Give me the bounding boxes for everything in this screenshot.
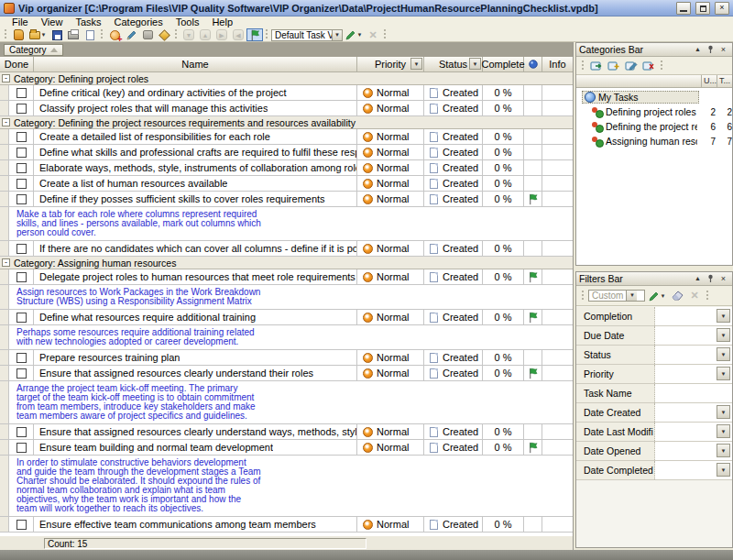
- close-button[interactable]: ×: [715, 2, 729, 15]
- task-row[interactable]: Ensure that assigned resources clearly u…: [0, 366, 573, 381]
- print-preview-button[interactable]: [82, 28, 98, 41]
- complete-task-button[interactable]: [156, 28, 172, 41]
- filter-dropdown-button[interactable]: ▼: [717, 367, 730, 380]
- toolbar-grip[interactable]: [4, 29, 8, 40]
- delete-filter-button[interactable]: ✕: [686, 290, 703, 302]
- pin-panel-button[interactable]: [705, 274, 717, 284]
- restore-button[interactable]: [695, 2, 710, 15]
- collapse-icon[interactable]: -: [2, 118, 10, 126]
- filter-dropdown-button[interactable]: ▼: [717, 463, 730, 477]
- filter-dropdown-button[interactable]: ▼: [717, 328, 730, 342]
- toolbar-grip[interactable]: [706, 291, 710, 302]
- task-note-row[interactable]: Assign resources to Work Packages in the…: [0, 285, 573, 310]
- category-tree-item[interactable]: Assigning human resources77: [576, 134, 732, 148]
- filter-value-field[interactable]: [655, 384, 732, 402]
- category-tree-item[interactable]: My Tasks: [576, 90, 732, 104]
- filter-value-field[interactable]: [655, 461, 717, 479]
- category-tree-item[interactable]: Defining the project resources requir66: [576, 119, 732, 134]
- collapse-icon[interactable]: -: [2, 258, 10, 267]
- delete-category-button[interactable]: [640, 60, 657, 72]
- task-note-row[interactable]: In order to stimulate constructive behav…: [0, 456, 573, 517]
- column-header-status[interactable]: Status▼: [424, 57, 483, 71]
- task-row[interactable]: Ensure that assigned resources clearly u…: [0, 424, 573, 440]
- collapse-panel-button[interactable]: ▲: [692, 274, 704, 284]
- total-column-header[interactable]: T...: [717, 75, 732, 87]
- menu-item-view[interactable]: View: [35, 16, 70, 28]
- menu-item-tasks[interactable]: Tasks: [69, 16, 107, 28]
- task-checkbox[interactable]: [16, 179, 27, 189]
- task-checkbox[interactable]: [16, 353, 27, 363]
- task-row[interactable]: Create a list of human resources availab…: [0, 176, 573, 192]
- new-database-button[interactable]: [10, 28, 27, 41]
- task-row[interactable]: Define what skills and professional craf…: [0, 145, 573, 160]
- task-row[interactable]: Elaborate ways, methods, style, instrume…: [0, 160, 573, 176]
- filter-value-field[interactable]: [655, 307, 717, 325]
- menu-item-help[interactable]: Help: [205, 16, 239, 28]
- status-filter-dropdown[interactable]: ▼: [469, 58, 481, 70]
- task-checkbox[interactable]: [16, 88, 27, 98]
- category-tree-item[interactable]: Defining project roles22: [576, 104, 732, 119]
- toolbar-grip[interactable]: [581, 291, 585, 302]
- indent-button[interactable]: ▶: [213, 28, 230, 41]
- close-panel-button[interactable]: ×: [717, 45, 729, 55]
- outdent-button[interactable]: ◀: [230, 28, 246, 41]
- filter-value-field[interactable]: [655, 403, 717, 422]
- toolbar-grip[interactable]: [383, 29, 388, 40]
- column-header-complete[interactable]: Complete: [483, 57, 524, 71]
- filter-value-field[interactable]: [655, 423, 717, 441]
- filter-value-field[interactable]: [655, 365, 717, 383]
- filter-dropdown-button[interactable]: ▼: [717, 405, 730, 419]
- task-row[interactable]: Delegate project roles to human resource…: [0, 269, 573, 285]
- filter-value-field[interactable]: [655, 326, 717, 345]
- task-checkbox[interactable]: [16, 148, 27, 158]
- column-header-info[interactable]: Info: [542, 57, 573, 71]
- clear-view-button[interactable]: ✕: [365, 28, 381, 41]
- task-row[interactable]: If there are no candidates which can cov…: [0, 241, 573, 257]
- task-row[interactable]: Ensure effective team communications amo…: [0, 517, 573, 533]
- task-checkbox[interactable]: [16, 520, 27, 530]
- menu-item-file[interactable]: File: [5, 16, 35, 28]
- task-row[interactable]: Define what resources require additional…: [0, 310, 573, 325]
- task-checkbox[interactable]: [16, 104, 27, 114]
- task-row[interactable]: Define critical (key) and ordinary activ…: [0, 85, 573, 101]
- filter-dropdown-button[interactable]: ▼: [717, 424, 730, 438]
- task-row[interactable]: Classify project roles that will manage …: [0, 101, 573, 116]
- move-down-button[interactable]: ▼: [181, 28, 197, 41]
- delete-task-button[interactable]: [139, 28, 156, 41]
- filter-value-field[interactable]: [655, 346, 717, 364]
- clear-filter-button[interactable]: [669, 290, 685, 302]
- uncompleted-column-header[interactable]: U...: [701, 75, 717, 87]
- task-note-row[interactable]: Perhaps some resources require additiona…: [0, 325, 573, 350]
- new-category-button[interactable]: [588, 60, 605, 72]
- menu-item-tools[interactable]: Tools: [170, 16, 206, 28]
- toolbar-grip[interactable]: [581, 60, 585, 71]
- task-row[interactable]: Define if they posses sufficient skills …: [0, 192, 573, 207]
- task-row[interactable]: Prepare resources training planNormalCre…: [0, 350, 573, 366]
- flag-toggle-button[interactable]: [246, 28, 263, 41]
- task-checkbox[interactable]: [16, 272, 27, 282]
- print-button[interactable]: [65, 28, 82, 41]
- new-subcategory-button[interactable]: [606, 60, 622, 72]
- group-by-category-button[interactable]: Category: [4, 44, 63, 56]
- minimize-button[interactable]: [676, 2, 691, 15]
- group-row[interactable]: -Category: Assigning human resources: [0, 257, 573, 269]
- filter-dropdown-button[interactable]: ▼: [717, 444, 730, 457]
- collapse-panel-button[interactable]: ▲: [692, 45, 704, 55]
- close-panel-button[interactable]: ×: [717, 274, 729, 284]
- toolbar-grip[interactable]: [265, 29, 269, 40]
- task-row[interactable]: Ensure team building and normal team dev…: [0, 440, 573, 456]
- column-header-priority[interactable]: Priority▼: [357, 57, 424, 71]
- save-button[interactable]: [49, 28, 65, 41]
- customize-view-button[interactable]: ▼: [343, 28, 365, 41]
- filter-dropdown-button[interactable]: ▼: [717, 309, 730, 323]
- task-checkbox[interactable]: [16, 163, 27, 173]
- task-checkbox[interactable]: [16, 427, 27, 437]
- task-checkbox[interactable]: [16, 368, 27, 379]
- toolbar-grip[interactable]: [100, 29, 104, 40]
- open-database-button[interactable]: ▼: [27, 28, 49, 41]
- add-task-button[interactable]: [106, 28, 123, 41]
- task-note-row[interactable]: Make a tab for each role where columns r…: [0, 207, 573, 241]
- edit-category-button[interactable]: [623, 60, 640, 72]
- toolbar-grip[interactable]: [174, 29, 179, 40]
- task-checkbox[interactable]: [16, 194, 27, 204]
